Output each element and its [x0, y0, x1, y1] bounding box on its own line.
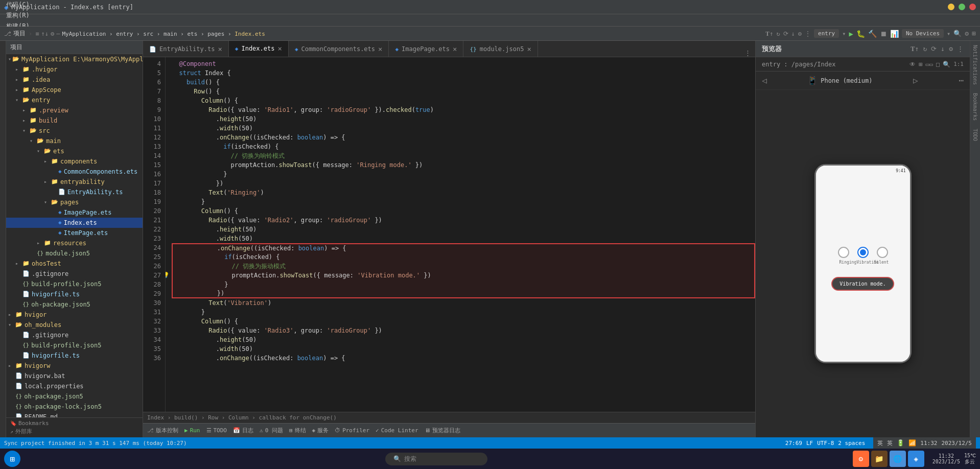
tab-close-2[interactable]: ×: [378, 45, 382, 53]
taskbar-app-4[interactable]: ◈: [908, 451, 924, 467]
tree-item-ItemPage-ets[interactable]: ◈ItemPage.ets: [6, 228, 143, 238]
tab-ImagePage_ets[interactable]: ◈ImagePage.ets×: [389, 41, 463, 57]
minimize-button[interactable]: [948, 4, 954, 10]
preview-grid-icon[interactable]: ⊞: [919, 61, 922, 68]
todo-btn[interactable]: TODO: [971, 125, 979, 145]
tree-item--hvigor[interactable]: ▸📁.hvigor: [6, 64, 143, 75]
tree-item-MyApplication-E--HarmonyOS-MyApplicatio[interactable]: ▾📂MyApplication E:\HarmonyOS\MyApplicati…: [6, 54, 143, 64]
tree-item-ets[interactable]: ▾📂ets: [6, 146, 143, 156]
tree-item-README-md[interactable]: 📄README.md: [6, 412, 143, 417]
lang-indicator[interactable]: 英: [877, 439, 883, 447]
download-icon[interactable]: ↓: [791, 30, 795, 37]
taskbar-app-1[interactable]: ⚙: [853, 451, 869, 467]
preview-rotate-icon[interactable]: ⟳: [931, 45, 937, 53]
tree-item-entry[interactable]: ▾📂entry: [6, 95, 143, 105]
build-button[interactable]: 🔨: [868, 30, 877, 38]
tree-item-CommonComponents-ets[interactable]: ◈CommonComponents.ets: [6, 167, 143, 177]
maximize-button[interactable]: [959, 4, 965, 10]
menu-item-代码[interactable]: 代码(C): [2, 0, 34, 10]
tree-item-entryability[interactable]: ▸📁entryability: [6, 177, 143, 187]
devices-dropdown[interactable]: No Devices: [902, 29, 944, 38]
tree-item-hvigorfile-ts[interactable]: 📄hvigorfile.ts: [6, 350, 143, 361]
tree-item-hvigorw-bat[interactable]: 📄hvigorw.bat: [6, 371, 143, 381]
terminal-icon[interactable]: ⊞: [972, 30, 976, 37]
taskbar-app-2[interactable]: 📁: [871, 451, 888, 467]
tree-container[interactable]: ▾📂MyApplication E:\HarmonyOS\MyApplicati…: [6, 54, 143, 417]
git-icon[interactable]: ⎇: [4, 30, 11, 37]
rotate-icon[interactable]: ⟳: [783, 30, 788, 37]
preview-more-icon[interactable]: ⋯: [959, 76, 964, 85]
preview-refresh-icon[interactable]: ↻: [923, 45, 927, 53]
refresh-icon[interactable]: ↻: [776, 30, 780, 37]
tab-CommonComponents_ets[interactable]: ◈CommonComponents.ets×: [289, 41, 389, 57]
tab-close-0[interactable]: ×: [218, 45, 222, 53]
preview-log-icon[interactable]: 🖥: [425, 427, 430, 434]
tab-more-icon[interactable]: ⋮: [744, 49, 751, 57]
profile-button[interactable]: 📊: [890, 30, 899, 38]
tree-item-hvigor[interactable]: ▸📁hvigor: [6, 310, 143, 320]
breadcrumb-item-2[interactable]: ↑↓: [41, 30, 48, 37]
services-label[interactable]: 服务: [317, 427, 329, 434]
settings-icon[interactable]: ⚙: [965, 30, 969, 37]
git-branch-icon[interactable]: ⎇: [147, 427, 154, 434]
breadcrumb-item-1[interactable]: ≡: [35, 30, 39, 37]
tree-item-oh-package-json5[interactable]: {}oh-package.json5: [6, 391, 143, 402]
preview-font-icon[interactable]: 𝐓↑: [911, 45, 919, 53]
tree-item-Index-ets[interactable]: ◈Index.ets: [6, 218, 143, 228]
problems-label[interactable]: 0 问题: [265, 427, 283, 434]
sidebar-bookmarks[interactable]: 🔖 Bookmarks: [10, 420, 138, 427]
line-ending-status[interactable]: LF: [806, 440, 813, 447]
stop-button[interactable]: ⏹: [880, 30, 887, 38]
breadcrumb-collapse-icon[interactable]: –: [56, 30, 60, 37]
tree-item-main[interactable]: ▾📂main: [6, 136, 143, 146]
dots-icon[interactable]: ⋮: [805, 30, 811, 37]
tab-close-3[interactable]: ×: [453, 45, 457, 53]
tree-item--preview[interactable]: ▸📁.preview: [6, 105, 143, 115]
tree-item--gitignore[interactable]: 📄.gitignore: [6, 269, 143, 279]
preview-fitscreen-icon[interactable]: 1:1: [953, 61, 964, 68]
warning-icon[interactable]: ⚠: [260, 427, 263, 434]
preview-settings-icon[interactable]: ⚙: [949, 45, 953, 53]
tab-EntryAbility_ts[interactable]: 📄EntryAbility.ts×: [143, 41, 229, 57]
debug-button[interactable]: 🐛: [856, 30, 865, 38]
tree-item-src[interactable]: ▾📂src: [6, 126, 143, 136]
tree-item-AppScope[interactable]: ▸📁AppScope: [6, 85, 143, 95]
code-linter-label[interactable]: Code Linter: [381, 427, 418, 434]
preview-dots-icon[interactable]: ⋮: [957, 45, 964, 53]
preview-eye-icon[interactable]: 👁: [909, 61, 916, 68]
devices-dropdown-arrow[interactable]: ▾: [947, 30, 950, 37]
tree-item-build-profile-json5[interactable]: {}build-profile.json5: [6, 340, 143, 350]
tree-item-pages[interactable]: ▾📂pages: [6, 197, 143, 207]
entry-dropdown[interactable]: entry: [814, 29, 839, 38]
tab-Index_ets[interactable]: ◈Index.ets×: [229, 41, 289, 57]
tree-item-resources[interactable]: ▸📁resources: [6, 238, 143, 248]
tab-close-4[interactable]: ×: [527, 45, 531, 53]
tree-item-hvigorfile-ts[interactable]: 📄hvigorfile.ts: [6, 289, 143, 299]
code-editor[interactable]: 4567891011121314151617181920212223242526…: [143, 57, 755, 412]
tree-item--gitignore[interactable]: 📄.gitignore: [6, 330, 143, 340]
tab-close-1[interactable]: ×: [277, 44, 282, 53]
preview-back-icon[interactable]: ◁: [762, 76, 767, 85]
tree-item-oh-modules[interactable]: ▾📂oh_modules: [6, 320, 143, 330]
tree-item-build[interactable]: ▸📁build: [6, 115, 143, 126]
terminal-label[interactable]: 终结: [295, 427, 306, 434]
tree-item-module-json5[interactable]: {}module.json5: [6, 248, 143, 259]
close-button[interactable]: [969, 4, 976, 10]
search-bar[interactable]: 🔍 搜索: [385, 453, 487, 465]
menu-item-重构[interactable]: 重构(R): [2, 10, 34, 21]
bookmarks-btn[interactable]: Bookmarks: [971, 89, 979, 125]
profiler-icon[interactable]: ⏱: [335, 427, 340, 434]
terminal-btn[interactable]: ⊞: [289, 427, 293, 434]
project-label[interactable]: 项目: [13, 29, 26, 38]
calendar-label[interactable]: 日志: [242, 427, 253, 434]
services-icon[interactable]: ◈: [312, 427, 316, 434]
taskbar-app-3[interactable]: 🌐: [890, 451, 906, 467]
search-icon[interactable]: 🔍: [953, 30, 962, 37]
tree-item--idea[interactable]: ▸📁.idea: [6, 75, 143, 85]
code-linter-icon[interactable]: ✓: [376, 427, 379, 434]
keyboard-indicator[interactable]: 英: [887, 439, 893, 447]
preview-download-icon[interactable]: ↓: [941, 45, 945, 53]
preview-layout-icon[interactable]: ▭▭: [925, 61, 932, 68]
encoding-status[interactable]: UTF-8: [817, 440, 834, 447]
tree-item-EntryAbility-ts[interactable]: 📄EntryAbility.ts: [6, 187, 143, 197]
